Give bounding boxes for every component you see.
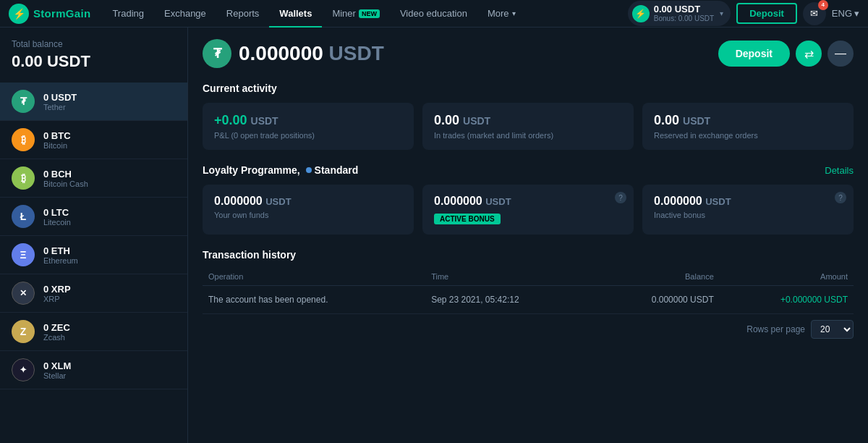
help-icon-1[interactable]: ?	[615, 192, 626, 203]
pnl-label: P&L (0 open trade positions)	[214, 131, 402, 140]
sidebar-item-zec[interactable]: Z 0 ZEC Zcash	[0, 313, 187, 351]
total-balance-label: Total balance	[12, 39, 176, 49]
nav-trading[interactable]: Trading	[102, 0, 154, 28]
table-row: The account has been opened. Sep 23 2021…	[203, 286, 854, 314]
xrp-name: XRP	[43, 295, 71, 303]
nav-right: ⚡ 0.00 USDT Bonus: 0.00 USDT ▾ Deposit ✉…	[628, 1, 859, 27]
nav-exchange[interactable]: Exchange	[154, 0, 216, 28]
logo[interactable]: ⚡ StormGain	[9, 4, 90, 24]
sidebar-item-eth[interactable]: Ξ 0 ETH Ethereum	[0, 236, 187, 274]
rows-per-page-select[interactable]: 20 50 100	[811, 320, 854, 339]
bch-coin-icon: ₿	[12, 166, 35, 190]
eth-amount: 0 ETH	[43, 245, 78, 256]
rows-per-page-label: Rows per page	[746, 324, 805, 334]
loyalty-title: Loyalty Programme, Standard	[203, 164, 358, 176]
nav-miner[interactable]: Miner NEW	[322, 0, 390, 28]
pagination-row: Rows per page 20 50 100	[203, 320, 854, 339]
standard-dot-icon	[306, 167, 312, 173]
btc-coin-icon: ₿	[12, 128, 35, 151]
th-empty	[381, 268, 425, 286]
logo-text: StormGain	[33, 7, 90, 20]
zec-amount: 0 ZEC	[43, 322, 70, 333]
sidebar-item-ltc[interactable]: Ł 0 LTC Litecoin	[0, 198, 187, 236]
ltc-name: Litecoin	[43, 218, 71, 227]
language-selector[interactable]: ENG ▾	[832, 8, 859, 19]
nav-reports[interactable]: Reports	[216, 0, 270, 28]
sidebar-item-usdt[interactable]: ₮ 0 USDT Tether	[0, 83, 187, 121]
xrp-amount: 0 XRP	[43, 284, 71, 295]
bch-name: Bitcoin Cash	[43, 180, 88, 188]
wallet-title: ₮ 0.000000 USDT	[203, 39, 384, 68]
tx-balance: 0.000000 USDT	[595, 286, 720, 314]
current-activity-cards: +0.00 USDT P&L (0 open trade positions) …	[203, 103, 854, 150]
xrp-coin-icon: ✕	[12, 282, 35, 305]
nav-video-education[interactable]: Video education	[390, 0, 477, 28]
balance-display[interactable]: ⚡ 0.00 USDT Bonus: 0.00 USDT ▾	[628, 1, 731, 27]
ltc-amount: 0 LTC	[43, 207, 71, 218]
active-bonus-card: ? 0.000000 USDT ACTIVE BONUS	[422, 185, 634, 235]
th-amount: Amount	[720, 268, 854, 286]
main-content: ₮ 0.000000 USDT Deposit ⇄ — Current acti…	[188, 28, 868, 443]
xlm-amount: 0 XLM	[43, 360, 71, 371]
th-balance: Balance	[595, 268, 720, 286]
usdt-coin-icon: ₮	[12, 90, 35, 113]
tx-operation: The account has been opened.	[203, 286, 425, 314]
nav-deposit-button[interactable]: Deposit	[736, 3, 797, 24]
btc-amount: 0 BTC	[43, 130, 71, 141]
main-layout: Total balance 0.00 USDT ₮ 0 USDT Tether …	[0, 28, 868, 443]
nav-wallets[interactable]: Wallets	[269, 0, 322, 28]
standard-badge: Standard	[306, 164, 359, 176]
help-icon-2[interactable]: ?	[835, 192, 846, 203]
xlm-coin-icon: ✦	[12, 358, 35, 381]
more-options-button[interactable]: —	[827, 41, 854, 67]
top-navigation: ⚡ StormGain Trading Exchange Reports Wal…	[0, 0, 868, 28]
active-bonus-amount: 0.000000 USDT	[434, 195, 622, 208]
sidebar: Total balance 0.00 USDT ₮ 0 USDT Tether …	[0, 28, 188, 443]
in-trades-card: 0.00 USDT In trades (market and limit or…	[422, 103, 634, 150]
nav-items: Trading Exchange Reports Wallets Miner N…	[102, 0, 627, 28]
total-balance-value: 0.00 USDT	[12, 52, 176, 71]
pnl-amount: +0.00 USDT	[214, 113, 402, 128]
deposit-button[interactable]: Deposit	[718, 41, 790, 67]
logo-icon: ⚡	[9, 4, 29, 24]
zec-name: Zcash	[43, 333, 70, 342]
transaction-table: Operation Time Balance Amount The accoun…	[203, 268, 854, 314]
th-operation: Operation	[203, 268, 381, 286]
wallet-header: ₮ 0.000000 USDT Deposit ⇄ —	[203, 39, 854, 68]
active-bonus-badge: ACTIVE BONUS	[434, 214, 501, 224]
btc-name: Bitcoin	[43, 141, 71, 150]
notifications-button[interactable]: ✉ 4	[803, 2, 826, 25]
sidebar-item-btc[interactable]: ₿ 0 BTC Bitcoin	[0, 121, 187, 159]
total-balance-section: Total balance 0.00 USDT	[0, 39, 187, 83]
usdt-amount: 0 USDT	[43, 92, 77, 103]
zec-coin-icon: Z	[12, 320, 35, 343]
sidebar-item-xlm[interactable]: ✦ 0 XLM Stellar	[0, 351, 187, 389]
balance-chevron-icon: ▾	[720, 9, 723, 17]
own-funds-amount: 0.000000 USDT	[214, 195, 402, 208]
tx-amount: +0.000000 USDT	[720, 286, 854, 314]
minus-icon: —	[835, 47, 846, 60]
details-link[interactable]: Details	[825, 165, 854, 176]
nav-balance-usdt: 0.00 USDT	[654, 4, 714, 15]
inactive-bonus-amount: 0.000000 USDT	[654, 195, 842, 208]
inactive-bonus-card: ? 0.000000 USDT Inactive bonus	[642, 185, 854, 235]
nav-more[interactable]: More ▾	[477, 0, 526, 28]
eth-name: Ethereum	[43, 256, 78, 265]
miner-badge: NEW	[359, 9, 380, 18]
xlm-name: Stellar	[43, 371, 71, 380]
own-funds-card: 0.000000 USDT Your own funds	[203, 185, 414, 235]
swap-button[interactable]: ⇄	[796, 41, 822, 67]
swap-icon: ⇄	[804, 47, 814, 61]
th-time: Time	[425, 268, 594, 286]
sidebar-item-xrp[interactable]: ✕ 0 XRP XRP	[0, 274, 187, 313]
inactive-bonus-label: Inactive bonus	[654, 211, 842, 219]
wallet-usdt-icon: ₮	[203, 39, 231, 68]
own-funds-label: Your own funds	[214, 211, 402, 219]
notification-count-badge: 4	[818, 0, 828, 10]
sidebar-item-bch[interactable]: ₿ 0 BCH Bitcoin Cash	[0, 159, 187, 198]
table-body: The account has been opened. Sep 23 2021…	[203, 286, 854, 314]
loyalty-cards: 0.000000 USDT Your own funds ? 0.000000 …	[203, 185, 854, 235]
eth-coin-icon: Ξ	[12, 243, 35, 266]
reserved-amount: 0.00 USDT	[654, 113, 842, 128]
transaction-history-title: Transaction history	[203, 249, 854, 261]
